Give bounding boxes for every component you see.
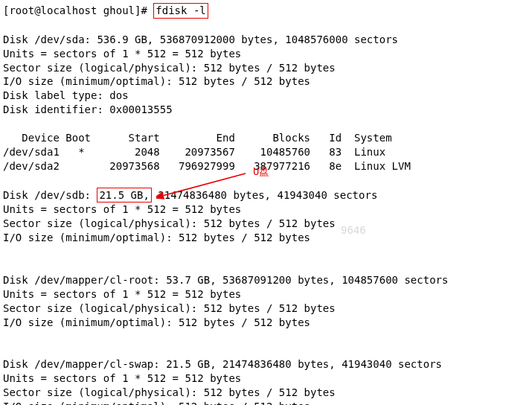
mapper-root-units: Units = sectors of 1 * 512 = 512 bytes [3, 288, 241, 300]
mapper-swap-sector-size: Sector size (logical/physical): 512 byte… [3, 386, 336, 398]
sda-identifier: Disk identifier: 0x00013555 [3, 103, 173, 115]
mapper-swap-header: Disk /dev/mapper/cl-swap: 21.5 GB, 21474… [3, 358, 442, 370]
sdb-sector-size: Sector size (logical/physical): 512 byte… [3, 217, 336, 229]
partition-header: Device Boot Start End Blocks Id System [3, 132, 392, 144]
command-highlight: fdisk -l [153, 3, 208, 19]
sda-sector-size: Sector size (logical/physical): 512 byte… [3, 62, 336, 74]
mapper-root-sector-size: Sector size (logical/physical): 512 byte… [3, 302, 336, 314]
sda-units: Units = sectors of 1 * 512 = 512 bytes [3, 48, 241, 60]
prompt-user-host: [root@localhost ghoul]# [3, 4, 147, 16]
sdb-units: Units = sectors of 1 * 512 = 512 bytes [3, 203, 241, 215]
sdb-size-highlight: 21.5 GB, [97, 188, 151, 203]
sdb-suffix: 21474836480 bytes, 41943040 sectors [152, 189, 377, 201]
partition-row: /dev/sda1 * 2048 20973567 10485760 83 Li… [3, 146, 385, 158]
terminal-output: [root@localhost ghoul]# fdisk -l Disk /d… [3, 3, 529, 405]
mapper-root-io-size: I/O size (minimum/optimal): 512 bytes / … [3, 316, 310, 328]
sdb-io-size: I/O size (minimum/optimal): 512 bytes / … [3, 232, 310, 243]
mapper-swap-io-size: I/O size (minimum/optimal): 512 bytes / … [3, 401, 310, 405]
mapper-root-header: Disk /dev/mapper/cl-root: 53.7 GB, 53687… [3, 274, 448, 286]
sda-header: Disk /dev/sda: 536.9 GB, 536870912000 by… [3, 34, 398, 45]
partition-row: /dev/sda2 20973568 796927999 387977216 8… [3, 160, 411, 172]
mapper-swap-units: Units = sectors of 1 * 512 = 512 bytes [3, 372, 241, 384]
sda-label-type: Disk label type: dos [3, 89, 129, 101]
sdb-prefix: Disk /dev/sdb: [3, 189, 97, 201]
sda-io-size: I/O size (minimum/optimal): 512 bytes / … [3, 75, 310, 87]
